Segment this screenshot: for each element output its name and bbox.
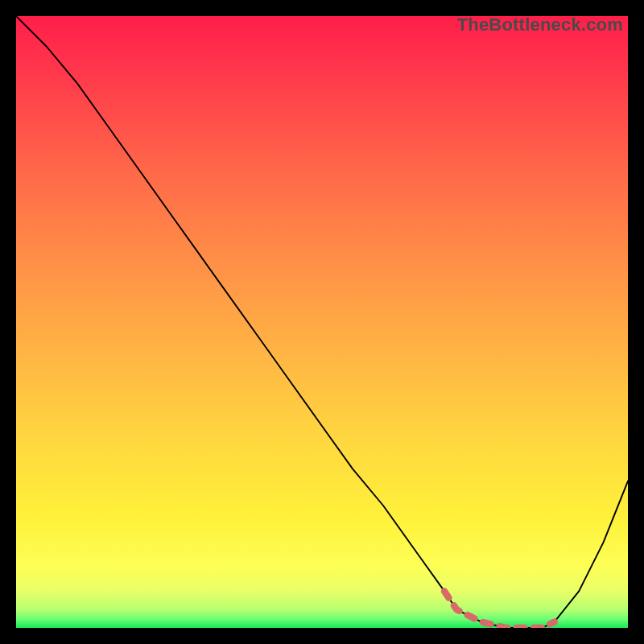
main-curve bbox=[16, 16, 628, 628]
chart-curve-layer bbox=[16, 16, 628, 628]
highlight-segment bbox=[444, 591, 555, 628]
outer-frame: TheBottleneck.com bbox=[0, 0, 644, 644]
chart-plot-area bbox=[16, 16, 628, 628]
watermark-text: TheBottleneck.com bbox=[457, 14, 623, 35]
